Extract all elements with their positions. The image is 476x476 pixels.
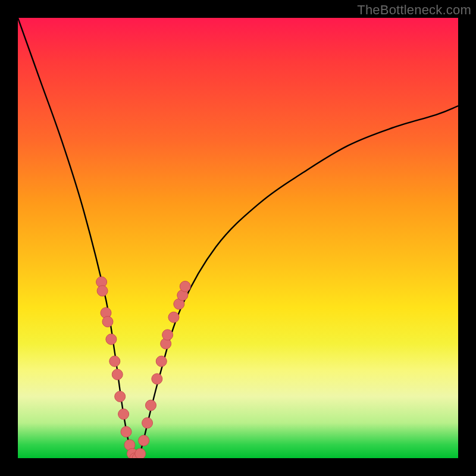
data-marker [142,418,153,428]
data-marker [135,449,146,458]
data-marker [101,308,111,318]
data-marker [127,449,137,458]
data-marker [130,453,140,458]
plot-area [18,18,458,458]
data-marker [121,427,131,437]
data-marker [109,356,120,367]
watermark-text: TheBottleneck.com [357,2,471,18]
data-marker [156,356,167,367]
curve-layer [18,18,458,458]
data-marker [174,299,184,309]
data-marker [177,290,188,300]
data-marker [112,369,123,380]
data-marker [161,339,171,349]
data-marker [139,435,149,446]
data-marker [102,317,113,327]
data-marker [115,391,126,402]
data-marker [97,286,108,296]
data-markers [96,277,191,458]
data-marker [118,409,129,419]
data-marker [162,330,173,340]
data-marker [168,312,179,322]
data-marker [152,374,162,384]
data-marker [96,277,107,287]
bottleneck-curve [18,18,458,458]
data-marker [124,440,135,450]
chart-frame: TheBottleneck.com [0,0,476,476]
data-marker [180,281,190,292]
data-marker [106,334,117,345]
data-marker [145,400,156,411]
data-marker [132,453,143,458]
